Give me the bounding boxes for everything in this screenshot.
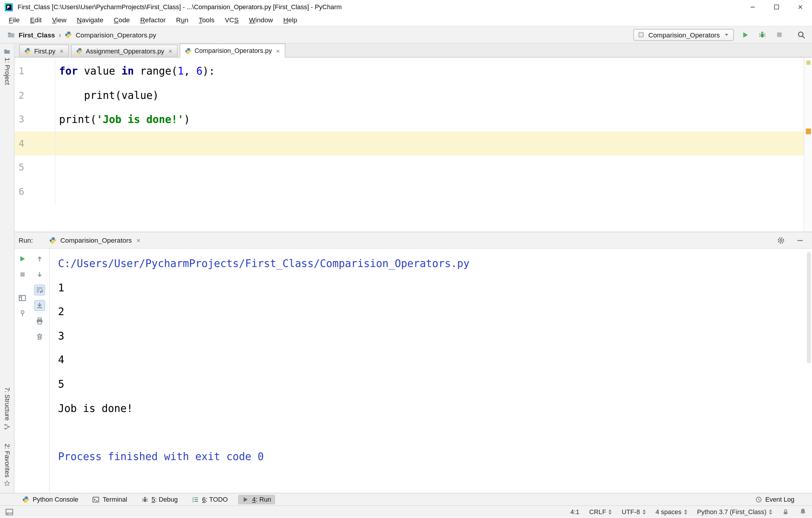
printer-icon (36, 317, 43, 325)
caret-position-widget[interactable]: 4:1 (571, 508, 579, 515)
console-scrollbar[interactable] (807, 252, 811, 490)
event-log-icon (755, 496, 762, 503)
breadcrumb-project[interactable]: First_Class (19, 31, 55, 38)
button-label: Terminal (103, 496, 127, 503)
code-text (56, 132, 59, 156)
menu-file[interactable]: File (4, 15, 25, 25)
notifications-icon[interactable] (799, 508, 807, 516)
run-toolbar: Comparision_Operators (633, 29, 807, 41)
menu-navigate[interactable]: Navigate (71, 15, 108, 25)
menu-code[interactable]: Code (109, 15, 135, 25)
editor-tab-comparision-operators-py[interactable]: Comparision_Operators.py× (179, 44, 285, 58)
navigation-toolbar: First_Class › Comparision_Operators.py C… (0, 26, 812, 44)
run-small-icon (242, 496, 249, 503)
menu-view[interactable]: View (47, 15, 72, 25)
editor-line-2[interactable]: 2 print(value) (14, 83, 804, 107)
pin-icon (19, 309, 26, 317)
breadcrumb-file[interactable]: Comparision_Operators.py (76, 31, 156, 38)
editor-tab-assignment-opperators-py[interactable]: Assignment_Opperators.py× (70, 45, 177, 57)
tool-window-button-5-debug[interactable]: 5: Debug (137, 495, 181, 504)
tool-window-button-6-todo[interactable]: 6: TODO (188, 495, 231, 504)
minimize-icon (749, 4, 756, 10)
close-tab-icon[interactable]: × (276, 48, 280, 54)
down-stack-trace-button[interactable] (34, 269, 45, 280)
run-config-selector[interactable]: Comparision_Operators (633, 29, 734, 41)
stop-process-button[interactable] (17, 269, 28, 280)
arrow-up-icon (36, 255, 43, 263)
restore-layout-button[interactable] (17, 292, 28, 303)
interpreter-widget[interactable]: Python 3.7 (First_Class) (697, 508, 772, 515)
editor-line-3[interactable]: 3print('Job is done!') (14, 108, 804, 132)
bottom-left-buttons: Python ConsoleTerminal5: Debug6: TODO4: … (19, 495, 282, 504)
print-button[interactable] (34, 316, 45, 327)
code-text (56, 180, 59, 204)
tool-window-button-event-log[interactable]: Event Log (751, 495, 798, 504)
close-window-button[interactable] (788, 0, 812, 14)
menu-refactor[interactable]: Refactor (135, 15, 171, 25)
editor-tab-first-py[interactable]: First.py× (19, 45, 69, 57)
menu-window[interactable]: Window (244, 15, 279, 25)
editor-scrollbar[interactable] (804, 58, 812, 232)
stop-button[interactable] (774, 29, 785, 40)
line-separator-widget[interactable]: CRLF (589, 508, 612, 515)
updown-chevrons-icon (609, 509, 612, 514)
tool-window-toggle-icon[interactable] (5, 508, 13, 516)
button-label: 4: Run (252, 496, 271, 503)
pin-tab-button[interactable] (17, 308, 28, 319)
menu-tools[interactable]: Tools (194, 15, 220, 25)
line-number: 6 (14, 180, 56, 204)
clear-console-button[interactable] (34, 331, 45, 342)
menu-run[interactable]: Run (171, 15, 194, 25)
arrow-down-icon (36, 271, 43, 278)
console-output[interactable]: C:/Users/User/PycharmProjects/First_Clas… (50, 249, 812, 492)
scroll-to-end-icon (36, 302, 43, 309)
updown-chevrons-icon (642, 509, 645, 514)
tool-window-button-4-run[interactable]: 4: Run (238, 495, 275, 504)
editor-line-6[interactable]: 6 (14, 180, 804, 204)
editor-line-4[interactable]: 4 (14, 132, 804, 156)
gear-icon (777, 236, 785, 244)
python-icon (76, 48, 83, 55)
indent-widget[interactable]: 4 spaces (656, 508, 687, 515)
run-settings-button[interactable] (775, 235, 786, 246)
tool-window-button-terminal[interactable]: Terminal (89, 495, 131, 504)
code-editor[interactable]: 1for value in range(1, 6):2 print(value)… (14, 58, 812, 232)
tab-label: Comparision_Operators.py (194, 47, 272, 54)
minimize-window-button[interactable] (741, 0, 764, 14)
menu-help[interactable]: Help (278, 15, 302, 25)
rerun-button[interactable] (17, 253, 28, 264)
soft-wrap-button[interactable] (34, 284, 45, 296)
scroll-to-end-button[interactable] (34, 300, 45, 311)
editor-line-5[interactable]: 5 (14, 156, 804, 180)
hide-panel-button[interactable] (794, 235, 806, 246)
encoding-widget[interactable]: UTF-8 (622, 508, 646, 515)
scrollbar-thumb[interactable] (807, 252, 811, 363)
editor-lines: 1for value in range(1, 6):2 print(value)… (14, 59, 812, 204)
statusbar: 4:1 CRLF UTF-8 4 spaces Python 3.7 (Firs… (0, 505, 812, 518)
debug-button[interactable] (756, 29, 768, 40)
maximize-window-button[interactable] (764, 0, 788, 14)
close-tab-icon[interactable]: × (168, 48, 172, 55)
structure-icon (4, 423, 10, 430)
python-icon (24, 48, 31, 55)
tool-window-button-structure[interactable]: 7: Structure (3, 387, 10, 430)
run-content-tab[interactable]: Comparision_Operators × (46, 237, 143, 244)
project-tool-window-label: 1: Project (3, 58, 10, 85)
menu-edit[interactable]: Edit (25, 15, 47, 25)
inspection-status-indicator[interactable] (806, 61, 811, 65)
tool-window-button-favorites[interactable]: 2: Favorites (3, 443, 10, 487)
menu-vcs[interactable]: VCS (220, 15, 244, 25)
editor-line-1[interactable]: 1for value in range(1, 6): (14, 59, 804, 83)
caret-position-marker (806, 129, 811, 134)
todo-icon (192, 496, 199, 503)
stop-icon (776, 31, 783, 38)
tool-window-button-project[interactable]: 1: Project (3, 48, 10, 85)
close-tab-icon[interactable]: × (60, 48, 63, 55)
tool-window-button-python-console[interactable]: Python Console (19, 495, 82, 504)
run-button[interactable] (740, 29, 751, 40)
search-everywhere-button[interactable] (795, 29, 807, 40)
up-stack-trace-button[interactable] (34, 253, 45, 264)
close-run-tab-icon[interactable]: × (137, 237, 140, 244)
run-panel-body: C:/Users/User/PycharmProjects/First_Clas… (14, 249, 812, 492)
lock-icon[interactable] (782, 508, 789, 515)
